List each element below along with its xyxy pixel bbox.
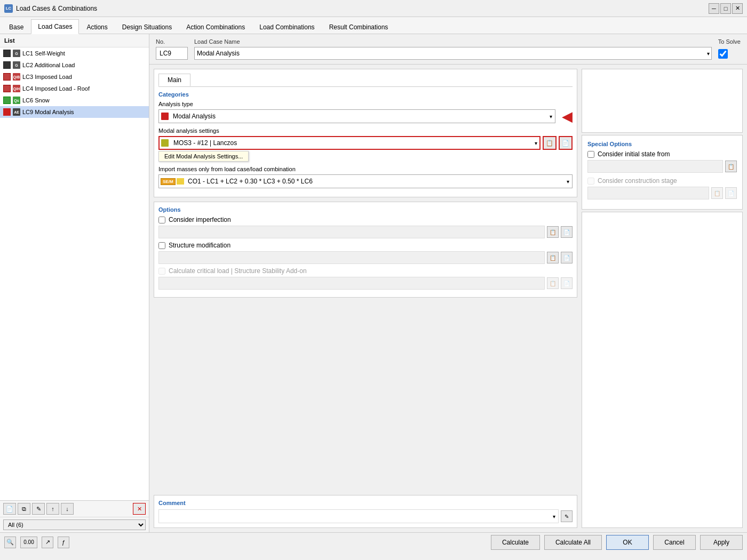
add-button[interactable]: 📄 (3, 503, 16, 515)
item-tag-5: Qs (13, 97, 20, 104)
initial-state-input (587, 160, 723, 173)
construction-input (587, 187, 709, 199)
special-options-header: Special Options (587, 141, 737, 147)
settings-edit-button[interactable]: 📋 (543, 136, 557, 150)
list-item[interactable]: G LC1 Self-Weight (0, 47, 149, 59)
comment-edit-btn[interactable]: ✎ (561, 510, 573, 522)
no-input[interactable] (156, 47, 188, 60)
tab-action-combinations[interactable]: Action Combinations (179, 20, 252, 34)
construction-new-btn: 📄 (725, 187, 737, 199)
import-badge: SE/M (161, 178, 176, 185)
list-item[interactable]: Qs LC6 Snow (0, 94, 149, 106)
calculate-all-button[interactable]: Calculate All (544, 535, 602, 550)
settings-color (161, 139, 169, 147)
status-value-btn[interactable]: 0.00 (20, 537, 37, 548)
analysis-type-field: Analysis type Modal Analysis ▾ (158, 101, 573, 123)
ok-button[interactable]: OK (606, 535, 649, 550)
tab-main[interactable]: Main (158, 74, 190, 86)
status-search-btn[interactable]: 🔍 (4, 537, 16, 548)
comment-box: Comment ▾ ✎ (154, 495, 577, 528)
tab-actions[interactable]: Actions (80, 20, 114, 34)
list-panel: List G LC1 Self-Weight G LC2 Additional … (0, 34, 149, 532)
analysis-type-select[interactable]: Modal Analysis (158, 109, 555, 123)
main-layout: List G LC1 Self-Weight G LC2 Additional … (0, 34, 747, 532)
construction-checkbox (587, 178, 594, 185)
list-toolbar: 📄 ⧉ ✎ ↑ ↓ ✕ (0, 500, 149, 517)
imperfection-new-btn: 📄 (561, 226, 573, 238)
edit-tooltip-btn[interactable]: Edit Modal Analysis Settings... (158, 151, 249, 162)
initial-state-checkbox[interactable] (587, 151, 594, 158)
status-func-btn[interactable]: ƒ (58, 537, 69, 548)
side-upper-box (582, 69, 743, 133)
side-panel: Special Options Consider initial state f… (582, 65, 747, 532)
no-group: No. (156, 38, 188, 60)
filter-dropdown[interactable]: All (6) (3, 519, 146, 530)
item-color-5 (3, 97, 11, 104)
app-icon: LC (4, 4, 13, 13)
calculate-button[interactable]: Calculate (491, 535, 540, 550)
structure-new-btn: 📄 (561, 252, 573, 263)
list-item[interactable]: QiB LC3 Imposed Load (0, 71, 149, 83)
item-color-4 (3, 85, 11, 92)
comment-select[interactable] (158, 509, 559, 523)
imperfection-checkbox[interactable] (158, 217, 165, 223)
analysis-type-label: Analysis type (158, 101, 573, 107)
export-button[interactable]: ↑ (46, 503, 59, 515)
settings-new-button[interactable]: 📄 (559, 136, 573, 150)
close-button[interactable]: ✕ (732, 3, 743, 14)
list-items: G LC1 Self-Weight G LC2 Additional Load … (0, 47, 149, 500)
item-color-3 (3, 73, 11, 81)
modal-settings-select[interactable]: MOS3 - #12 | Lanczos (158, 136, 541, 150)
list-item-selected[interactable]: AE LC9 Modal Analysis (0, 106, 149, 118)
structure-input (158, 251, 545, 264)
item-label-4: LC4 Imposed Load - Roof (22, 85, 146, 92)
cancel-button[interactable]: Cancel (653, 535, 696, 550)
tab-load-cases[interactable]: Load Cases (31, 19, 79, 34)
tab-load-combinations[interactable]: Load Combinations (252, 20, 321, 34)
title-bar: LC Load Cases & Combinations ─ □ ✕ (0, 0, 747, 17)
status-bar: 🔍 0.00 ↗ ƒ Calculate Calculate All OK Ca… (0, 532, 747, 551)
critical-label: Calculate critical load | Structure Stab… (169, 267, 307, 275)
item-label-2: LC2 Additional Load (22, 62, 146, 68)
imperfection-label: Consider imperfection (169, 216, 231, 223)
edit-tooltip: Edit Modal Analysis Settings... (158, 151, 573, 162)
tab-design-situations[interactable]: Design Situations (115, 20, 179, 34)
structure-option: Structure modification 📋 📄 (158, 242, 573, 264)
tab-result-combinations[interactable]: Result Combinations (322, 20, 395, 34)
item-color-2 (3, 61, 11, 69)
window-controls: ─ □ ✕ (709, 3, 743, 14)
list-item[interactable]: QiH LC4 Imposed Load - Roof (0, 83, 149, 94)
side-lower-box (582, 212, 743, 528)
inner-tabs: Main (158, 74, 573, 87)
to-solve-checkbox[interactable] (718, 49, 728, 59)
name-group: Load Case Name Modal Analysis (194, 38, 712, 60)
import-masses-select[interactable]: CO1 - LC1 + LC2 + 0.30 * LC3 + 0.50 * LC… (158, 174, 573, 188)
special-options-box: Special Options Consider initial state f… (582, 135, 743, 210)
critical-checkbox (158, 268, 165, 275)
middle-area: Main Categories Analysis type (149, 65, 747, 532)
status-arrow-btn[interactable]: ↗ (42, 537, 53, 548)
initial-state-label: Consider initial state from (598, 150, 670, 158)
item-label-5: LC6 Snow (22, 97, 146, 103)
structure-checkbox[interactable] (158, 242, 165, 249)
maximize-button[interactable]: □ (720, 3, 731, 14)
construction-option: Consider construction stage 📋 📄 (587, 177, 737, 199)
list-item[interactable]: G LC2 Additional Load (0, 59, 149, 71)
apply-button[interactable]: Apply (700, 535, 743, 550)
item-label-6: LC9 Modal Analysis (22, 109, 146, 115)
construction-edit-btn: 📋 (711, 187, 723, 199)
import-color (177, 178, 184, 185)
item-tag-3: QiB (13, 73, 20, 81)
import-button[interactable]: ↓ (61, 503, 74, 515)
main-spacer (149, 302, 582, 495)
load-case-name-select[interactable]: Modal Analysis (194, 47, 712, 60)
minimize-button[interactable]: ─ (709, 3, 719, 14)
delete-button[interactable]: ✕ (133, 503, 146, 515)
duplicate-button[interactable]: ⧉ (18, 503, 30, 515)
tab-base[interactable]: Base (2, 20, 30, 34)
no-label: No. (156, 38, 188, 45)
modal-settings-label: Modal analysis settings (158, 127, 573, 134)
initial-state-option: Consider initial state from 📋 (587, 150, 737, 173)
critical-option: Calculate critical load | Structure Stab… (158, 267, 573, 290)
edit-button[interactable]: ✎ (32, 503, 45, 515)
